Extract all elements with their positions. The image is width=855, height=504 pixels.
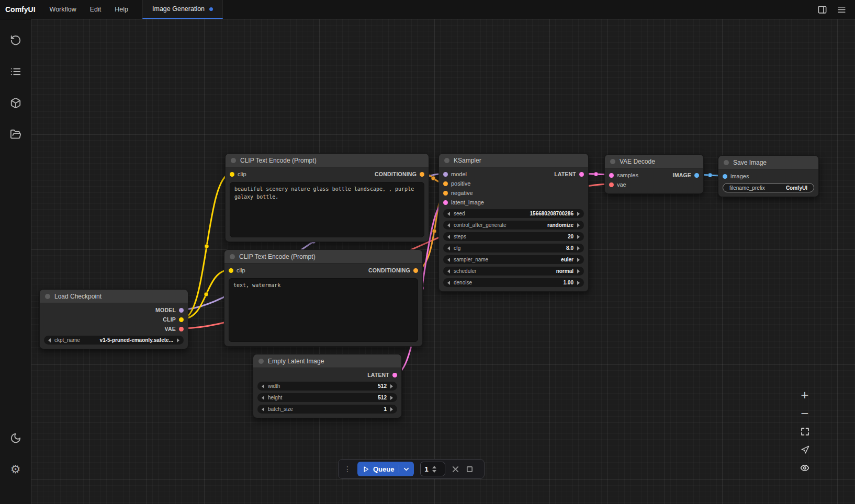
queue-options-chevron-icon[interactable] bbox=[403, 466, 410, 473]
input-dot-latent-image[interactable] bbox=[443, 200, 448, 205]
collapse-toggle-icon[interactable] bbox=[230, 254, 235, 259]
widget-steps[interactable]: steps 20 bbox=[443, 232, 584, 241]
output-slot-latent[interactable]: LATENT bbox=[367, 372, 397, 378]
input-slot-vae[interactable]: vae bbox=[609, 181, 626, 188]
collapse-toggle-icon[interactable] bbox=[610, 159, 615, 164]
output-slot-clip[interactable]: CLIP bbox=[163, 316, 184, 323]
drag-handle-icon[interactable]: ⋮ bbox=[344, 465, 351, 473]
widget-scheduler[interactable]: scheduler normal bbox=[443, 267, 584, 276]
increment-icon[interactable] bbox=[390, 407, 393, 411]
decrement-icon[interactable] bbox=[262, 396, 264, 400]
settings-button[interactable]: ⚙ bbox=[0, 454, 31, 485]
decrement-icon[interactable] bbox=[447, 212, 450, 216]
node-clip-text-encode-negative[interactable]: CLIP Text Encode (Prompt) clip CONDITION… bbox=[224, 249, 423, 347]
output-slot-model[interactable]: MODEL bbox=[155, 307, 184, 313]
output-dot-conditioning[interactable] bbox=[420, 172, 424, 177]
queue-button[interactable]: Queue bbox=[357, 462, 414, 476]
output-dot-image[interactable] bbox=[694, 173, 699, 178]
input-dot-samples[interactable] bbox=[609, 173, 614, 178]
node-vae-decode[interactable]: VAE Decode samples IMAGE vae bbox=[604, 154, 704, 194]
collapse-toggle-icon[interactable] bbox=[45, 294, 50, 299]
node-empty-latent-image[interactable]: Empty Latent Image LATENT width 512 heig… bbox=[253, 354, 402, 418]
decrement-icon[interactable] bbox=[447, 281, 450, 285]
input-dot-vae[interactable] bbox=[609, 182, 614, 187]
next-value-icon[interactable] bbox=[577, 269, 580, 273]
output-slot-conditioning[interactable]: CONDITIONING bbox=[368, 267, 418, 273]
input-dot-clip[interactable] bbox=[230, 172, 234, 177]
output-slot-vae[interactable]: VAE bbox=[165, 326, 184, 332]
prompt-textarea[interactable]: beautiful scenery nature glass bottle la… bbox=[230, 182, 424, 237]
node-header[interactable]: Save Image bbox=[718, 156, 818, 169]
increment-icon[interactable] bbox=[390, 396, 393, 400]
comfyui-logo[interactable]: ComfyUI bbox=[0, 5, 43, 14]
input-dot-clip[interactable] bbox=[229, 268, 233, 273]
workflows-button[interactable] bbox=[0, 119, 31, 150]
node-header[interactable]: CLIP Text Encode (Prompt) bbox=[224, 250, 422, 264]
node-save-image[interactable]: Save Image images filename_prefix ComfyU… bbox=[718, 155, 819, 197]
increment-icon[interactable] bbox=[390, 384, 393, 388]
output-dot-latent[interactable] bbox=[392, 373, 397, 377]
node-library-button[interactable] bbox=[0, 56, 31, 87]
widget-filename-prefix[interactable]: filename_prefix ComfyUI bbox=[723, 183, 814, 192]
toggle-link-visibility-button[interactable] bbox=[797, 461, 812, 475]
select-mode-button[interactable] bbox=[797, 443, 812, 456]
zoom-out-button[interactable]: − bbox=[797, 406, 812, 420]
collapse-toggle-icon[interactable] bbox=[231, 158, 236, 163]
widget-control-after-generate[interactable]: control_after_generate randomize bbox=[443, 221, 584, 230]
node-ksampler[interactable]: KSampler model LATENT positive negative bbox=[438, 153, 589, 292]
next-value-icon[interactable] bbox=[577, 258, 580, 262]
widget-sampler-name[interactable]: sampler_name euler bbox=[443, 255, 584, 264]
output-dot-vae[interactable] bbox=[179, 327, 184, 331]
increment-icon[interactable] bbox=[577, 212, 580, 216]
batch-increment-icon[interactable] bbox=[432, 466, 436, 468]
prompt-textarea[interactable]: text, watermark bbox=[229, 278, 418, 342]
fit-view-button[interactable] bbox=[797, 425, 812, 438]
decrement-icon[interactable] bbox=[262, 384, 264, 388]
input-slot-clip[interactable]: clip bbox=[229, 267, 245, 273]
input-slot-negative[interactable]: negative bbox=[443, 190, 473, 196]
output-dot-clip[interactable] bbox=[179, 317, 184, 322]
toggle-panel-icon[interactable] bbox=[817, 5, 827, 15]
decrement-icon[interactable] bbox=[447, 235, 450, 239]
next-value-icon[interactable] bbox=[177, 338, 179, 342]
node-load-checkpoint[interactable]: Load Checkpoint MODEL CLIP VAE ckpt_name bbox=[39, 289, 188, 349]
collapse-toggle-icon[interactable] bbox=[724, 160, 729, 165]
prev-value-icon[interactable] bbox=[447, 258, 450, 262]
theme-toggle-button[interactable] bbox=[0, 422, 31, 454]
input-dot-model[interactable] bbox=[443, 172, 448, 177]
menu-edit[interactable]: Edit bbox=[83, 0, 108, 19]
node-header[interactable]: CLIP Text Encode (Prompt) bbox=[226, 154, 429, 167]
menu-help[interactable]: Help bbox=[108, 0, 135, 19]
workflow-history-button[interactable] bbox=[0, 25, 31, 56]
widget-ckpt-name[interactable]: ckpt_name v1-5-pruned-emaonly.safete... bbox=[44, 336, 184, 345]
collapse-toggle-icon[interactable] bbox=[258, 359, 264, 364]
input-slot-samples[interactable]: samples bbox=[609, 172, 638, 178]
input-dot-negative[interactable] bbox=[443, 191, 448, 196]
zoom-in-button[interactable]: + bbox=[797, 388, 812, 402]
output-dot-latent[interactable] bbox=[579, 172, 584, 177]
prev-value-icon[interactable] bbox=[447, 223, 450, 227]
increment-icon[interactable] bbox=[577, 246, 580, 250]
widget-height[interactable]: height 512 bbox=[257, 393, 397, 402]
batch-count-input[interactable]: 1 bbox=[420, 462, 445, 476]
model-library-button[interactable] bbox=[0, 87, 31, 119]
input-slot-positive[interactable]: positive bbox=[443, 180, 470, 187]
output-dot-conditioning[interactable] bbox=[413, 268, 418, 273]
widget-cfg[interactable]: cfg 8.0 bbox=[443, 244, 584, 253]
node-header[interactable]: KSampler bbox=[439, 154, 588, 167]
output-dot-model[interactable] bbox=[179, 308, 184, 313]
decrement-icon[interactable] bbox=[447, 246, 450, 250]
widget-seed[interactable]: seed 156680208700286 bbox=[443, 209, 584, 218]
node-clip-text-encode-positive[interactable]: CLIP Text Encode (Prompt) clip CONDITION… bbox=[225, 153, 429, 242]
prev-value-icon[interactable] bbox=[447, 269, 450, 273]
output-slot-conditioning[interactable]: CONDITIONING bbox=[375, 171, 424, 177]
output-slot-latent[interactable]: LATENT bbox=[554, 171, 584, 177]
widget-batch-size[interactable]: batch_size 1 bbox=[257, 405, 397, 414]
increment-icon[interactable] bbox=[577, 235, 580, 239]
input-slot-latent-image[interactable]: latent_image bbox=[443, 199, 484, 205]
input-slot-model[interactable]: model bbox=[443, 171, 467, 177]
input-dot-positive[interactable] bbox=[443, 181, 448, 186]
input-slot-clip[interactable]: clip bbox=[230, 171, 246, 177]
menu-workflow[interactable]: Workflow bbox=[43, 0, 83, 19]
widget-denoise[interactable]: denoise 1.00 bbox=[443, 278, 584, 287]
